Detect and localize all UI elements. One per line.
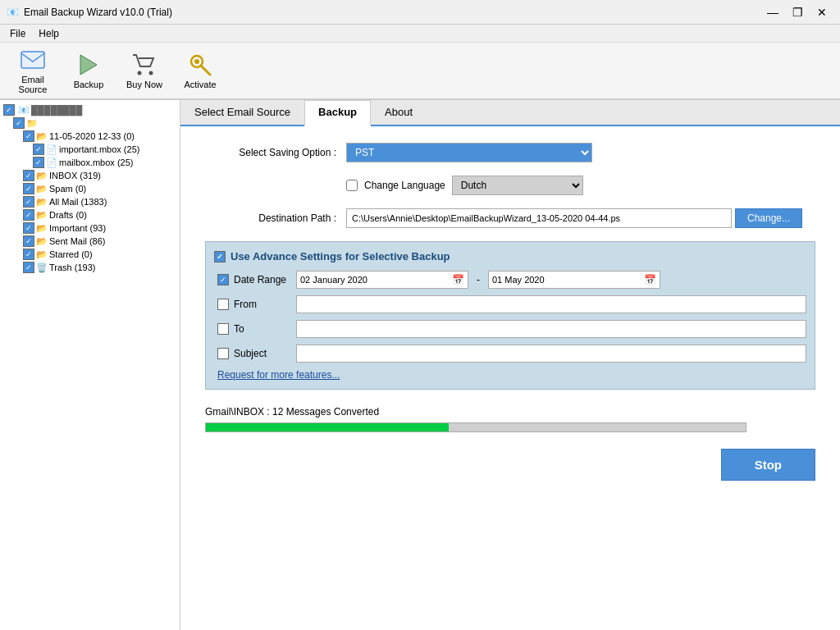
date-separator: - [477, 274, 480, 285]
item8-checkbox[interactable]: ✓ [23, 235, 34, 247]
item7-label: Important (93) [49, 223, 106, 233]
app-icon: 📧 [7, 7, 19, 18]
item3-checkbox[interactable]: ✓ [23, 170, 34, 181]
tree-item-0[interactable]: ✓ 📂 11-05-2020 12-33 (0) [3, 130, 176, 143]
bottom-bar: Stop [205, 441, 815, 489]
date-range-row: ✓ Date Range 02 January 2020 📅 - 01 May … [214, 271, 806, 289]
app-title: Email Backup Wizard v10.0 (Trial) [24, 7, 172, 18]
activate-button[interactable]: Activate [174, 47, 226, 94]
item9-checkbox[interactable]: ✓ [23, 249, 34, 260]
status-area: Gmail\INBOX : 12 Messages Converted [205, 398, 815, 441]
backup-label: Backup [74, 80, 104, 89]
sub-root-checkbox[interactable]: ✓ [13, 117, 25, 129]
maximize-button[interactable]: ❐ [786, 3, 809, 21]
menu-file[interactable]: File [3, 26, 32, 41]
item7-checkbox[interactable]: ✓ [23, 222, 34, 234]
root-checkbox[interactable]: ✓ [3, 104, 15, 116]
minimize-button[interactable]: — [761, 3, 784, 21]
item6-checkbox[interactable]: ✓ [23, 209, 34, 221]
activate-label: Activate [184, 80, 216, 89]
tree-item-6[interactable]: ✓ 📂 Drafts (0) [3, 208, 176, 221]
close-button[interactable]: ✕ [810, 3, 833, 21]
item5-checkbox[interactable]: ✓ [23, 196, 34, 208]
date-range-label: Date Range [234, 274, 291, 285]
change-button[interactable]: Change... [735, 208, 802, 228]
change-language-checkbox[interactable] [346, 180, 358, 191]
tree-item-1[interactable]: ✓ 📄 important.mbox (25) [3, 143, 176, 156]
from-input[interactable] [296, 295, 806, 313]
email-source-icon [20, 47, 46, 73]
advanced-title-text: Use Advance Settings for Selective Backu… [231, 250, 450, 262]
to-checkbox[interactable] [217, 323, 229, 335]
from-label: From [234, 299, 291, 310]
backup-panel: Select Saving Option : PST MSG EML MBOX … [180, 126, 840, 505]
calendar-from-icon[interactable]: 📅 [452, 274, 464, 285]
tab-select-email-source[interactable]: Select Email Source [180, 100, 304, 126]
item0-label: 11-05-2020 12-33 (0) [49, 131, 135, 141]
request-link-container: Request for more features... [214, 369, 806, 381]
saving-option-select[interactable]: PST MSG EML MBOX PDF HTML [346, 143, 592, 162]
item8-label: Sent Mail (86) [49, 236, 105, 246]
progress-bar-background [205, 422, 746, 432]
tree-root[interactable]: ✓ 📧 ████████ [3, 103, 176, 116]
subject-row: Subject [214, 345, 806, 363]
item10-label: Trash (193) [49, 262, 95, 272]
tree-item-8[interactable]: ✓ 📂 Sent Mail (86) [3, 235, 176, 248]
date-from-input[interactable]: 02 January 2020 📅 [296, 271, 468, 289]
tab-backup[interactable]: Backup [304, 100, 371, 126]
tree-item-2[interactable]: ✓ 📄 mailbox.mbox (25) [3, 156, 176, 169]
status-text: Gmail\INBOX : 12 Messages Converted [205, 406, 815, 418]
tab-about[interactable]: About [371, 100, 427, 126]
buy-now-icon [131, 52, 158, 78]
change-language-label: Change Language [364, 180, 445, 191]
svg-point-5 [194, 59, 199, 64]
advanced-title: ✓ Use Advance Settings for Selective Bac… [214, 250, 806, 262]
calendar-to-icon[interactable]: 📅 [644, 274, 656, 285]
item0-checkbox[interactable]: ✓ [23, 130, 34, 142]
subject-checkbox[interactable] [217, 348, 229, 359]
destination-input[interactable] [346, 208, 732, 228]
advanced-checkbox[interactable]: ✓ [214, 251, 226, 262]
svg-rect-0 [21, 52, 44, 68]
saving-option-row: Select Saving Option : PST MSG EML MBOX … [205, 143, 815, 162]
sidebar: ✓ 📧 ████████ ✓ 📁 ✓ 📂 11-05-2020 12-33 (0… [0, 100, 180, 630]
saving-option-label: Select Saving Option : [205, 147, 336, 158]
backup-button[interactable]: Backup [62, 47, 115, 94]
menu-help[interactable]: Help [32, 26, 66, 41]
svg-line-6 [201, 66, 210, 75]
tree-item-7[interactable]: ✓ 📂 Important (93) [3, 221, 176, 235]
from-row: From [214, 295, 806, 313]
from-checkbox[interactable] [217, 299, 229, 310]
progress-bar-fill [206, 423, 449, 431]
item10-checkbox[interactable]: ✓ [23, 262, 34, 273]
buy-now-button[interactable]: Buy Now [118, 47, 171, 94]
buy-now-label: Buy Now [126, 80, 162, 89]
item9-label: Starred (0) [49, 249, 93, 259]
item2-checkbox[interactable]: ✓ [33, 157, 44, 168]
email-source-button[interactable]: Email Source [7, 47, 59, 94]
subject-input[interactable] [296, 345, 806, 363]
date-to-input[interactable]: 01 May 2020 📅 [488, 271, 660, 289]
item1-checkbox[interactable]: ✓ [33, 144, 44, 155]
request-link[interactable]: Request for more features... [214, 369, 340, 381]
destination-row: Destination Path : Change... [205, 208, 815, 228]
to-row: To [214, 320, 806, 338]
date-to-value: 01 May 2020 [492, 275, 545, 285]
item1-label: important.mbox (25) [59, 144, 139, 154]
item4-checkbox[interactable]: ✓ [23, 183, 34, 194]
tree-item-3[interactable]: ✓ 📂 INBOX (319) [3, 169, 176, 182]
stop-button[interactable]: Stop [721, 449, 815, 481]
tree-item-5[interactable]: ✓ 📂 All Mail (1383) [3, 195, 176, 208]
tree-item-4[interactable]: ✓ 📂 Spam (0) [3, 182, 176, 195]
svg-point-3 [149, 71, 153, 75]
tree-item-9[interactable]: ✓ 📂 Starred (0) [3, 248, 176, 261]
tree-item-10[interactable]: ✓ 🗑️ Trash (193) [3, 261, 176, 274]
language-select[interactable]: Dutch English French German Spanish [452, 176, 583, 195]
destination-control: Change... [346, 208, 802, 228]
to-input[interactable] [296, 320, 806, 338]
tree-sub-root[interactable]: ✓ 📁 [3, 116, 176, 130]
item2-label: mailbox.mbox (25) [59, 158, 133, 167]
date-range-checkbox[interactable]: ✓ [217, 274, 229, 285]
titlebar: 📧 Email Backup Wizard v10.0 (Trial) — ❐ … [0, 0, 840, 25]
item3-label: INBOX (319) [49, 171, 101, 180]
